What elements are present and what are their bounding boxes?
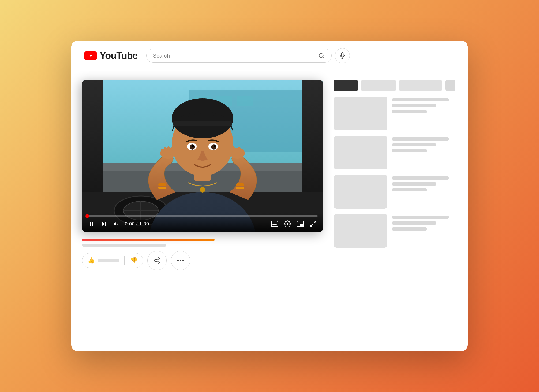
video-scene-svg xyxy=(82,80,323,232)
chip-more[interactable] xyxy=(445,80,455,91)
youtube-logo-icon xyxy=(84,51,97,60)
progress-bar[interactable] xyxy=(87,215,318,217)
header: YouTube xyxy=(71,41,468,71)
svg-line-61 xyxy=(310,224,313,227)
youtube-logo-text: YouTube xyxy=(100,50,138,61)
video-meta-line xyxy=(392,149,427,152)
dislike-button[interactable]: 👎 xyxy=(125,253,143,268)
miniplayer-button[interactable] xyxy=(296,220,305,228)
svg-line-60 xyxy=(314,221,316,223)
mic-button[interactable] xyxy=(335,48,350,63)
svg-point-68 xyxy=(180,260,181,261)
like-count-skeleton xyxy=(98,259,119,262)
svg-rect-30 xyxy=(235,149,237,156)
next-button[interactable] xyxy=(100,220,108,228)
svg-rect-50 xyxy=(92,222,93,226)
thumbnail[interactable] xyxy=(334,175,387,209)
svg-point-62 xyxy=(158,258,160,259)
svg-rect-25 xyxy=(161,149,163,156)
video-meta: 👍 👎 xyxy=(82,239,323,270)
svg-rect-26 xyxy=(164,147,167,156)
video-title-line xyxy=(392,137,449,141)
settings-icon xyxy=(284,220,291,227)
svg-rect-3 xyxy=(341,53,343,56)
thumbnail[interactable] xyxy=(334,136,387,169)
search-button[interactable] xyxy=(318,52,325,59)
svg-rect-27 xyxy=(167,146,170,156)
svg-rect-55 xyxy=(272,223,274,223)
svg-marker-51 xyxy=(102,222,105,226)
progress-thumb xyxy=(85,214,89,218)
video-channel-line xyxy=(392,221,436,225)
thumbnail[interactable] xyxy=(334,97,387,130)
list-item xyxy=(334,214,455,248)
video-info xyxy=(392,214,455,231)
like-dislike-group: 👍 👎 xyxy=(82,253,143,268)
svg-line-65 xyxy=(156,261,158,262)
svg-rect-31 xyxy=(238,147,241,156)
pause-button[interactable] xyxy=(87,220,96,228)
svg-marker-53 xyxy=(114,222,116,226)
main-content: 0:00 / 1:30 xyxy=(71,71,468,351)
svg-point-64 xyxy=(158,262,160,263)
chip-all[interactable] xyxy=(334,80,358,91)
video-player[interactable]: 0:00 / 1:30 xyxy=(82,80,323,232)
more-button[interactable] xyxy=(171,251,190,270)
filter-chips xyxy=(334,80,455,91)
list-item xyxy=(334,136,455,169)
svg-line-66 xyxy=(156,259,158,260)
svg-point-63 xyxy=(154,260,156,262)
list-item xyxy=(334,97,455,130)
controls-row: 0:00 / 1:30 xyxy=(87,219,318,228)
chip-watched[interactable] xyxy=(399,80,442,91)
thumbnail[interactable] xyxy=(334,214,387,248)
share-button[interactable] xyxy=(147,251,167,270)
video-title-line xyxy=(392,216,449,219)
svg-rect-59 xyxy=(300,224,303,226)
like-button[interactable]: 👍 xyxy=(82,253,124,268)
svg-rect-52 xyxy=(105,222,106,226)
time-display: 0:00 / 1:30 xyxy=(125,221,149,227)
video-channel-line xyxy=(392,104,436,107)
video-progress-bar xyxy=(82,239,215,241)
subtitles-button[interactable] xyxy=(270,220,279,228)
logo-area: YouTube xyxy=(84,50,138,61)
share-icon xyxy=(154,257,160,264)
svg-point-67 xyxy=(177,260,179,261)
svg-rect-56 xyxy=(275,223,277,223)
search-input[interactable] xyxy=(153,53,318,59)
video-info xyxy=(392,97,455,113)
play-triangle-icon xyxy=(88,53,93,59)
video-title-line xyxy=(392,98,449,101)
chip-recently[interactable] xyxy=(361,80,396,91)
miniplayer-icon xyxy=(297,221,304,227)
video-meta-line xyxy=(392,227,427,231)
svg-point-40 xyxy=(190,144,195,150)
list-item xyxy=(334,175,455,209)
subtitles-icon xyxy=(271,221,278,227)
video-channel-line xyxy=(392,143,436,146)
dislike-icon: 👎 xyxy=(130,257,137,264)
svg-rect-49 xyxy=(90,222,91,226)
settings-button[interactable] xyxy=(283,219,292,228)
video-channel-line xyxy=(392,182,436,186)
svg-rect-47 xyxy=(236,183,244,186)
svg-point-42 xyxy=(192,145,194,147)
video-meta-line xyxy=(392,110,427,113)
svg-rect-45 xyxy=(158,183,166,186)
video-info xyxy=(392,136,455,152)
search-icon xyxy=(318,52,325,59)
video-controls: 0:00 / 1:30 xyxy=(82,213,323,232)
svg-rect-54 xyxy=(271,221,278,227)
svg-point-44 xyxy=(200,187,205,193)
video-title-line xyxy=(392,176,449,180)
video-info xyxy=(392,175,455,191)
fullscreen-button[interactable] xyxy=(309,219,318,228)
skip-next-icon xyxy=(101,221,107,227)
svg-rect-57 xyxy=(272,224,277,225)
svg-rect-48 xyxy=(236,187,244,189)
search-bar xyxy=(146,49,332,63)
video-title-skeleton xyxy=(82,244,166,247)
volume-button[interactable] xyxy=(112,219,121,228)
right-sidebar xyxy=(334,80,455,343)
